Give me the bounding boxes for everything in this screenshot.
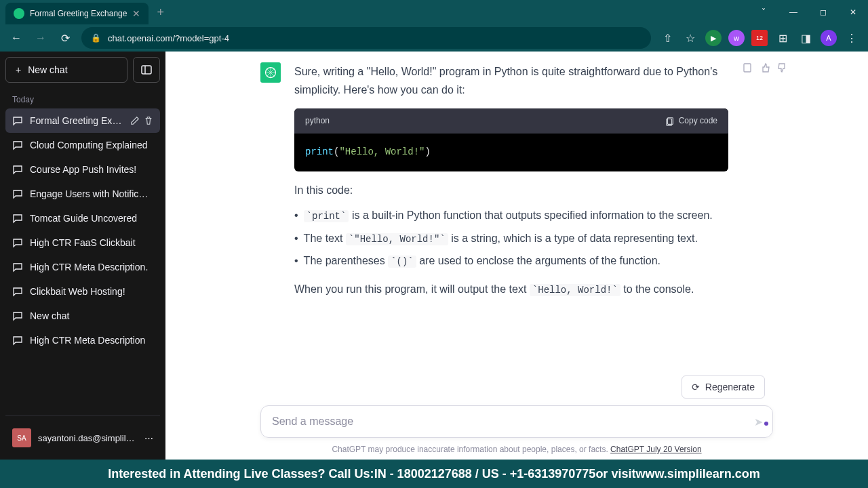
back-button[interactable]: ← — [8, 32, 24, 44]
forward-button[interactable]: → — [33, 32, 49, 44]
reload-button[interactable]: ⟳ — [57, 32, 73, 45]
inline-code: `print` — [304, 210, 349, 222]
message-actions — [742, 62, 788, 299]
bullet-list: • `print` is a built-in Python function … — [294, 206, 728, 270]
sidebar-item-7[interactable]: Clickbait Web Hosting! — [5, 279, 160, 304]
sidebar-item-5[interactable]: High CTR FaaS Clickbait — [5, 230, 160, 255]
delete-icon[interactable] — [144, 116, 153, 125]
bullet-text: The text `"Hello, World!"` is a string, … — [304, 229, 698, 248]
sidebar-item-label: High CTR Meta Description. — [30, 262, 153, 272]
user-menu[interactable]: SA sayantoni.das@simplile... ⋯ — [5, 422, 160, 454]
bullet-text: The parentheses `()` are used to enclose… — [304, 251, 660, 270]
regenerate-button[interactable]: ⟳ Regenerate — [682, 375, 765, 399]
plus-icon: + — [16, 64, 21, 75]
promo-banner: Interested in Attending Live Classes? Ca… — [0, 460, 868, 488]
bullet-item: • `print` is a built-in Python function … — [294, 206, 728, 225]
thumbs-up-icon[interactable] — [760, 62, 770, 73]
lock-icon: 🔒 — [91, 33, 101, 43]
share-icon[interactable]: ⇧ — [659, 32, 675, 45]
refresh-icon: ⟳ — [692, 382, 700, 392]
banner-phone: IN - 18002127688 / US - +1-6313970775 — [374, 467, 596, 481]
sidebar-item-9[interactable]: High CTR Meta Description — [5, 328, 160, 352]
sidebar-item-label: High CTR FaaS Clickbait — [30, 237, 153, 248]
panel-icon — [141, 64, 152, 75]
sidepanel-icon[interactable]: ◨ — [797, 32, 814, 45]
inline-code: `()` — [388, 256, 416, 268]
code-paren: ) — [425, 146, 430, 157]
new-chat-button[interactable]: + New chat — [5, 57, 127, 83]
extension-icon-3[interactable]: 12 — [751, 30, 768, 46]
sidebar-item-label: Formal Greeting Excha — [30, 115, 123, 126]
tab-close-icon[interactable]: ✕ — [132, 8, 140, 19]
sidebar: + New chat Today Formal Greeting Excha C… — [0, 52, 165, 460]
chat-icon — [12, 335, 23, 346]
code-content: print("Hello, World!") — [294, 134, 728, 171]
outro-text: When you run this program, it will outpu… — [294, 280, 728, 299]
url-input[interactable]: 🔒 chat.openai.com/?model=gpt-4 — [81, 27, 651, 49]
sidebar-item-3[interactable]: Engage Users with Notification — [5, 182, 160, 206]
sidebar-top-row: + New chat — [5, 57, 160, 83]
more-icon[interactable]: ⋮ — [844, 32, 860, 45]
message-list: Sure, writing a "Hello, World!" program … — [165, 52, 868, 399]
bullet-text: `print` is a built-in Python function th… — [304, 206, 713, 225]
new-tab-button[interactable]: + — [157, 5, 164, 20]
sidebar-item-label: Course App Push Invites! — [30, 164, 153, 175]
chat-icon — [12, 262, 23, 272]
extension-icon-2[interactable]: w — [728, 30, 745, 46]
chat-icon — [12, 237, 23, 248]
message-input[interactable]: Send a message ➤ — [260, 405, 773, 438]
banner-text-mid: or visit — [595, 467, 635, 481]
sidebar-item-4[interactable]: Tomcat Guide Uncovered — [5, 206, 160, 230]
minimize-icon[interactable]: — — [784, 3, 803, 22]
user-email: sayantoni.das@simplile... — [38, 433, 138, 443]
sidebar-item-label: High CTR Meta Description — [30, 335, 153, 346]
chat-icon — [12, 188, 23, 199]
profile-avatar[interactable]: A — [821, 30, 837, 46]
close-window-icon[interactable]: ✕ — [844, 3, 863, 22]
tab-title: Formal Greeting Exchange — [30, 9, 127, 18]
tabs-dropdown-icon[interactable]: ˅ — [754, 3, 773, 22]
window-controls: ˅ — ◻ ✕ — [754, 3, 863, 22]
chat-icon — [12, 286, 23, 297]
sidebar-item-8[interactable]: New chat — [5, 304, 160, 328]
chat-icon — [12, 115, 23, 126]
sidebar-item-2[interactable]: Course App Push Invites! — [5, 157, 160, 182]
extension-icon-1[interactable]: ▶ — [705, 30, 722, 46]
clipboard-icon[interactable] — [742, 62, 753, 73]
input-placeholder: Send a message — [272, 415, 353, 427]
inline-code: `"Hello, World!"` — [346, 233, 448, 245]
copy-label: Copy code — [679, 114, 717, 127]
bullet-item: • The parentheses `()` are used to enclo… — [294, 251, 728, 270]
more-icon: ⋯ — [144, 433, 153, 443]
sidebar-item-6[interactable]: High CTR Meta Description. — [5, 255, 160, 279]
message-body: Sure, writing a "Hello, World!" program … — [294, 62, 728, 299]
maximize-icon[interactable]: ◻ — [814, 3, 833, 22]
chat-icon — [12, 140, 23, 150]
code-string: "Hello, World!" — [339, 146, 425, 157]
app-container: + New chat Today Formal Greeting Excha C… — [0, 52, 868, 460]
bookmark-icon[interactable]: ☆ — [682, 32, 698, 45]
extensions-icon[interactable]: ⊞ — [774, 32, 791, 45]
regenerate-label: Regenerate — [705, 382, 755, 392]
send-button[interactable]: ➤ — [754, 415, 763, 428]
thumbs-down-icon[interactable] — [777, 62, 788, 73]
openai-icon — [264, 66, 277, 79]
sidebar-item-label: Cloud Computing Explained — [30, 140, 153, 150]
bullet-dot: • — [294, 251, 298, 270]
version-link[interactable]: ChatGPT July 20 Version — [610, 445, 702, 454]
sidebar-item-label: Tomcat Guide Uncovered — [30, 213, 153, 224]
browser-actions: ⇧ ☆ ▶ w 12 ⊞ ◨ A ⋮ — [659, 30, 860, 46]
edit-icon[interactable] — [130, 116, 140, 125]
copy-code-button[interactable]: Copy code — [665, 114, 717, 127]
sidebar-item-0[interactable]: Formal Greeting Excha — [5, 108, 160, 133]
chat-content: Sure, writing a "Hello, World!" program … — [165, 52, 868, 460]
banner-text-pre: Interested in Attending Live Classes? Ca… — [108, 467, 374, 481]
code-lang: python — [305, 114, 330, 127]
svg-rect-5 — [744, 64, 751, 72]
banner-url: www.simplilearn.com — [635, 467, 760, 481]
sidebar-toggle-button[interactable] — [133, 57, 160, 83]
chat-icon — [12, 164, 23, 175]
bullet-dot: • — [294, 206, 298, 225]
sidebar-item-1[interactable]: Cloud Computing Explained — [5, 133, 160, 157]
browser-tab[interactable]: Formal Greeting Exchange ✕ — [5, 3, 149, 24]
